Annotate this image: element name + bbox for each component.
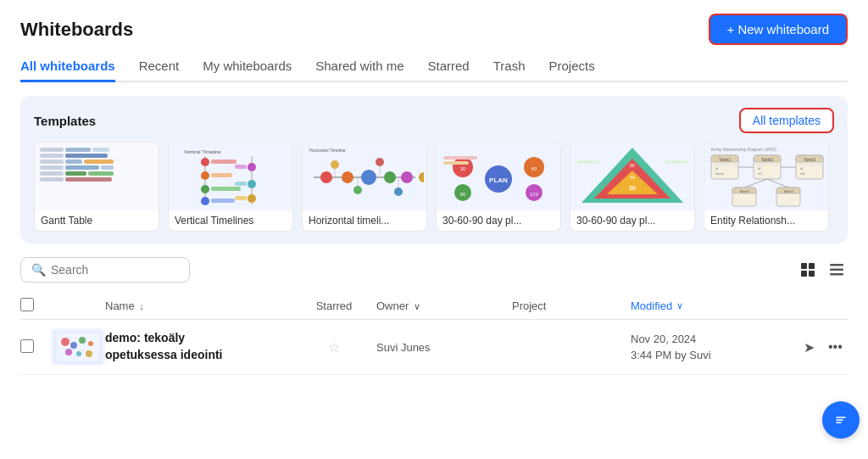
tab-my-whiteboards[interactable]: My whiteboards <box>203 59 292 82</box>
svg-point-92 <box>70 342 77 349</box>
name-sort-icon: ↓ <box>139 301 144 311</box>
row-name[interactable]: demo: tekoäly opetuksessa ideointi <box>105 330 292 363</box>
template-name-vtimeline: Vertical Timelines <box>169 210 292 231</box>
svg-point-31 <box>394 188 403 196</box>
template-card-entity[interactable]: Entity Relationship Diagram (ERD) Table1… <box>704 142 829 232</box>
fab-button[interactable] <box>822 401 860 439</box>
svg-text:90: 90 <box>460 192 466 197</box>
all-templates-button[interactable]: All templates <box>739 108 834 133</box>
tab-starred[interactable]: Starred <box>427 59 469 82</box>
header-modified[interactable]: Modified ∨ <box>631 299 800 312</box>
template-card-plan2[interactable]: 30 60 90 30-60-90 day pl... <box>570 142 695 232</box>
search-input-wrapper[interactable]: 🔍 <box>20 257 190 283</box>
svg-rect-12 <box>235 165 247 169</box>
svg-text:90: 90 <box>630 163 636 168</box>
svg-point-24 <box>419 172 424 182</box>
tab-recent[interactable]: Recent <box>139 59 180 82</box>
svg-rect-83 <box>809 263 815 269</box>
template-name-plan2: 30-60-90 day pl... <box>570 210 694 231</box>
template-card-htimeline[interactable]: Horizontal Timeline <box>302 142 427 232</box>
svg-point-29 <box>376 158 384 166</box>
table-row: demo: tekoäly opetuksessa ideointi ☆ Suv… <box>20 320 848 375</box>
svg-point-6 <box>201 185 209 193</box>
row-check[interactable] <box>20 339 51 355</box>
svg-text:60: 60 <box>630 175 636 180</box>
page-title: Whiteboards <box>20 19 133 41</box>
header-name[interactable]: Name ↓ <box>105 299 292 312</box>
row-thumb-svg <box>53 330 103 364</box>
svg-text:id: id <box>800 166 803 171</box>
select-all-checkbox[interactable] <box>20 298 34 311</box>
svg-point-8 <box>201 197 209 205</box>
svg-line-81 <box>767 179 788 188</box>
star-icon[interactable]: ☆ <box>328 340 340 355</box>
svg-point-20 <box>342 171 353 183</box>
svg-text:Table2: Table2 <box>761 157 774 162</box>
svg-rect-5 <box>211 173 232 177</box>
svg-rect-44 <box>443 161 469 165</box>
svg-text:60: 60 <box>531 166 537 171</box>
svg-text:30: 30 <box>629 185 636 191</box>
tab-projects[interactable]: Projects <box>548 59 594 82</box>
svg-rect-85 <box>809 271 815 277</box>
header-check[interactable] <box>20 298 51 314</box>
svg-point-25 <box>331 160 339 169</box>
templates-title: Templates <box>34 114 96 128</box>
svg-text:PLAN: PLAN <box>489 176 508 184</box>
svg-text:120: 120 <box>530 192 539 197</box>
tab-all-whiteboards[interactable]: All whiteboards <box>20 59 115 82</box>
svg-point-96 <box>76 351 81 356</box>
svg-point-21 <box>361 170 376 185</box>
search-icon: 🔍 <box>31 263 46 277</box>
svg-rect-88 <box>830 273 843 276</box>
template-thumb-entity: Entity Relationship Diagram (ERD) Table1… <box>704 143 828 210</box>
table-header: Name ↓ Starred Owner ∨ Project Modified … <box>20 293 848 320</box>
row-checkbox[interactable] <box>20 339 34 353</box>
row-modified: Nov 20, 2024 3:44 PM by Suvi <box>631 331 800 364</box>
svg-rect-7 <box>211 187 241 191</box>
row-actions: ➤ ••• <box>800 338 848 357</box>
tab-trash[interactable]: Trash <box>493 59 526 82</box>
list-view-button[interactable] <box>826 259 848 281</box>
template-thumb-gantt <box>35 143 159 210</box>
template-card-vtimeline[interactable]: Vertical Timeline <box>168 142 293 232</box>
row-starred[interactable]: ☆ <box>292 339 376 355</box>
row-owner: Suvi Junes <box>376 341 512 354</box>
tab-shared-with-me[interactable]: Shared with me <box>315 59 403 82</box>
svg-point-94 <box>88 341 93 346</box>
tabs-bar: All whiteboards Recent My whiteboards Sh… <box>20 59 848 82</box>
svg-rect-51 <box>576 160 600 164</box>
svg-text:Horizontal Timeline: Horizontal Timeline <box>309 148 346 153</box>
svg-rect-43 <box>443 156 477 160</box>
page-header: Whiteboards + New whiteboard <box>20 14 848 45</box>
svg-line-80 <box>744 179 767 188</box>
template-card-plan1[interactable]: PLAN 30 60 90 120 30 <box>436 142 561 232</box>
svg-point-11 <box>248 163 256 171</box>
template-thumb-plan2: 30 60 90 <box>570 143 694 210</box>
header-owner[interactable]: Owner ∨ <box>376 299 512 312</box>
svg-point-19 <box>320 171 332 183</box>
header-project: Project <box>512 299 631 312</box>
svg-text:30: 30 <box>460 166 466 171</box>
new-whiteboard-button[interactable]: + New whiteboard <box>709 14 848 45</box>
svg-text:Table1: Table1 <box>719 157 732 162</box>
svg-text:id: id <box>758 166 760 171</box>
row-thumb-image <box>51 328 105 366</box>
share-button[interactable]: ➤ <box>800 338 818 357</box>
svg-point-4 <box>201 171 209 180</box>
more-options-button[interactable]: ••• <box>825 338 846 356</box>
svg-rect-3 <box>211 160 236 164</box>
svg-text:id: id <box>715 166 718 171</box>
view-icons <box>797 259 848 281</box>
template-thumb-htimeline: Horizontal Timeline <box>303 143 426 210</box>
grid-view-button[interactable] <box>797 259 819 281</box>
svg-point-15 <box>248 194 256 203</box>
svg-rect-84 <box>801 271 807 277</box>
svg-point-95 <box>65 349 72 355</box>
svg-text:Table3: Table3 <box>804 157 816 162</box>
grid-icon <box>800 262 815 277</box>
template-card-gantt[interactable]: Gantt Table <box>34 142 159 232</box>
svg-point-97 <box>86 350 92 357</box>
svg-rect-14 <box>235 182 247 186</box>
search-input[interactable] <box>51 263 179 277</box>
